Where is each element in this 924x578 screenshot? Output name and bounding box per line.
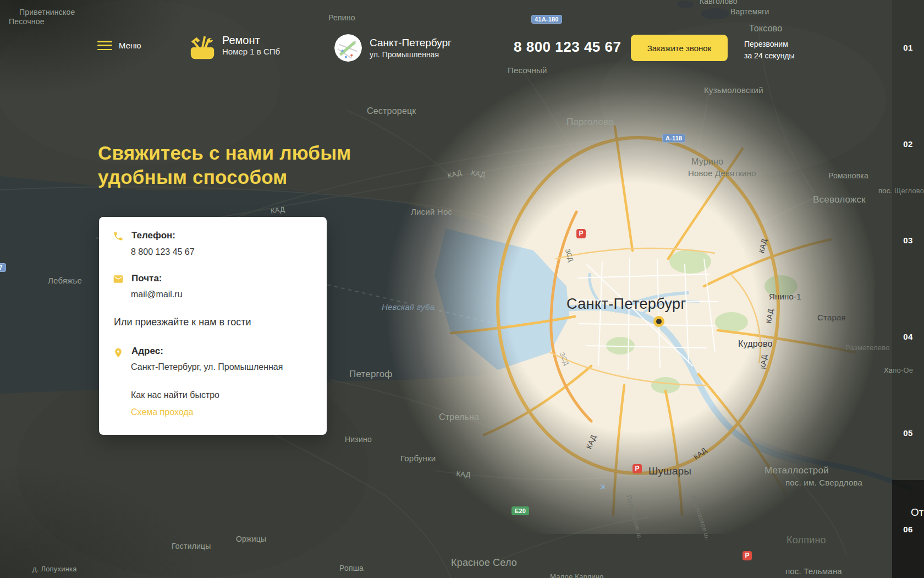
map-label: Сестрорецк (367, 106, 416, 116)
map-label: Кузьмоловский (704, 85, 763, 95)
map-label: Лебяжье (48, 276, 82, 285)
header: Меню Ремонт Номер 1 в СПб (0, 0, 924, 72)
brand-title: Ремонт (222, 34, 280, 46)
address-value: Санкт-Петербург, ул. Промышленная (131, 362, 283, 372)
order-call-button[interactable]: Закажите звонок (631, 35, 728, 61)
map-label: Парголово (566, 117, 614, 128)
phone-value[interactable]: 8 800 123 45 67 (131, 247, 195, 257)
brand-subtitle: Номер 1 в СПб (222, 46, 280, 57)
office-map-marker (653, 316, 664, 327)
map-label: Низино (345, 435, 372, 444)
email-value[interactable]: mail@mail.ru (131, 290, 183, 299)
toolbox-icon (189, 34, 216, 61)
section-pagination-rail: 010203040506 (892, 0, 924, 578)
map-label: КАД (447, 168, 463, 180)
parking-icon: Р (576, 229, 586, 238)
brand-logo[interactable]: Ремонт Номер 1 в СПб (189, 34, 280, 61)
map-label: Гостилицы (172, 542, 211, 550)
map-label: пос. Тельмана (785, 566, 842, 576)
next-section-label: От (911, 506, 923, 519)
phone-row: Телефон: (113, 230, 175, 242)
city-map-avatar-icon (334, 34, 362, 62)
mail-icon (113, 274, 124, 285)
parking-icon: Р (743, 551, 752, 560)
callback-note: Перезвоним за 24 секунды (744, 39, 795, 62)
map-label: ЗСД (558, 351, 570, 367)
map-label: Красное Село (451, 557, 517, 569)
email-row: Почта: (113, 273, 162, 285)
section-number-02[interactable]: 02 (892, 139, 924, 149)
map-label: Ропша (339, 564, 364, 572)
map-label: КАД (470, 168, 486, 179)
section-number-05[interactable]: 05 (892, 428, 924, 438)
email-label: Почта: (131, 273, 162, 285)
map-label: ЗСД (564, 248, 575, 263)
map-label: Всеволожск (813, 194, 866, 205)
map-label: Старая (817, 313, 846, 322)
map-label: Стрельна (439, 412, 479, 422)
map-label: Новое Девяткино (688, 168, 756, 178)
map-label: Невская губа (382, 302, 435, 312)
map-label: КАД (585, 434, 598, 450)
find-text: Как нас найти быстро (131, 390, 219, 400)
map-label: Кудрово (738, 339, 773, 349)
map-label: Мурино (691, 157, 723, 167)
map-label: Московское ш. (690, 494, 712, 541)
map-label: Петергоф (349, 369, 392, 380)
menu-label: Меню (119, 41, 141, 50)
address-row: Адрес: (113, 346, 163, 359)
map-label: КАД (456, 470, 471, 479)
section-number-04[interactable]: 04 (892, 332, 924, 341)
map-label-city: Санкт-Петербург (566, 296, 686, 313)
road-badge: 07 (0, 263, 6, 272)
phone-label: Телефон: (131, 230, 175, 242)
map-label: КАД (270, 205, 285, 215)
map-label: Шушары (648, 465, 691, 477)
address-label: Адрес: (131, 346, 163, 359)
map-label: Янино-1 (769, 292, 801, 301)
route-scheme-link[interactable]: Схема прохода (131, 407, 194, 417)
visit-text: Или приезжайте к нам в гости (114, 317, 251, 328)
location-street: ул. Промышленная (370, 50, 452, 59)
phone-icon (113, 231, 124, 242)
hamburger-icon (97, 41, 112, 50)
road-badge: А-118 (662, 134, 685, 143)
page-title: Свяжитесь с нами любым удобным способом (98, 141, 351, 189)
map-label: Оржицы (236, 535, 266, 543)
road-badge: E20 (512, 506, 529, 515)
map-label: Разметелево (845, 343, 890, 352)
map-label: КАД (759, 355, 768, 369)
map-label: Горбунки (400, 454, 436, 463)
city-selector[interactable]: Санкт-Петербург ул. Промышленная (334, 34, 452, 62)
location-city: Санкт-Петербург (370, 36, 452, 50)
map-label: пос. им. Свердлова (785, 478, 862, 487)
map-label: Пулковское ш. (625, 494, 644, 541)
header-phone-number[interactable]: 8 800 123 45 67 (514, 39, 621, 56)
map-label: Лисий Нос (411, 207, 452, 216)
map-label: КАД (692, 446, 708, 461)
map-label: д. Лопухинка (32, 565, 77, 573)
map-label: Колпино (787, 535, 826, 546)
section-number-06[interactable]: 06 (892, 525, 924, 534)
location-pin-icon (113, 346, 124, 359)
menu-button[interactable]: Меню (97, 41, 141, 50)
contact-card: Телефон: 8 800 123 45 67 Почта: mail@mai… (99, 217, 327, 435)
map-label: КАД (765, 308, 774, 324)
airport-icon: ✈ (597, 481, 608, 493)
section-number-03[interactable]: 03 (892, 236, 924, 245)
map-label: КАД (757, 238, 768, 254)
map-label: Малое Карлино (550, 572, 603, 578)
parking-icon: Р (632, 464, 642, 473)
map-label: Металлострой (765, 465, 829, 476)
map-label: Романовка (828, 171, 868, 180)
